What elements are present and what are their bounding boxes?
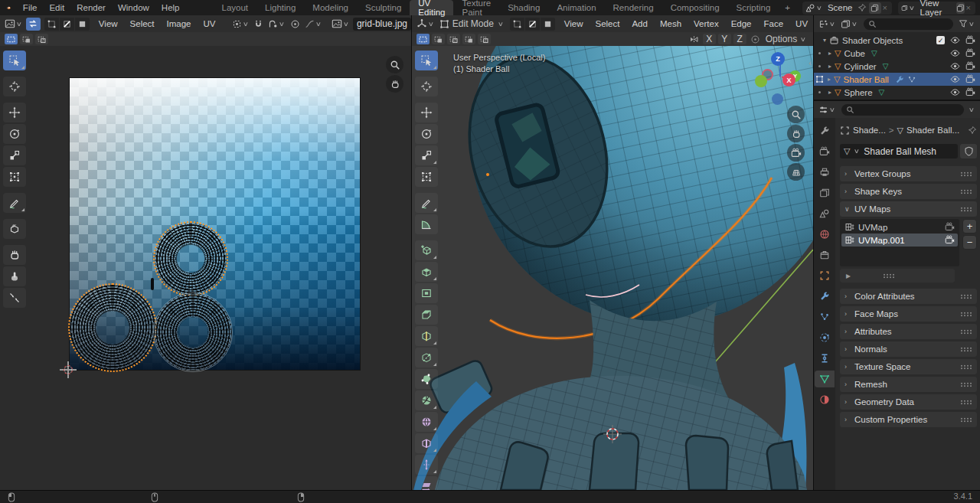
vp-menu-view[interactable]: View	[559, 19, 589, 28]
smooth-tool[interactable]	[415, 412, 438, 432]
tab-output[interactable]	[815, 164, 835, 181]
object-row-cube[interactable]: ▸ ▽ Cube ▽	[814, 47, 980, 60]
panel-attributes[interactable]: ›Attributes	[840, 324, 977, 339]
tab-compositing[interactable]: Compositing	[662, 0, 728, 15]
camera-icon[interactable]	[965, 87, 975, 97]
select-extend-button[interactable]	[20, 34, 33, 44]
gizmo-axis-z[interactable]: Z	[771, 52, 785, 66]
tab-scene[interactable]	[815, 205, 835, 222]
tweak-tool[interactable]	[415, 51, 438, 70]
tab-animation[interactable]: Animation	[548, 0, 604, 15]
falloff-selector[interactable]: ∨	[303, 17, 324, 31]
collection-checkbox[interactable]: ✓	[936, 36, 945, 44]
drag-grip-icon[interactable]	[960, 382, 972, 387]
drag-grip-icon[interactable]	[960, 329, 972, 335]
pivot-point-selector[interactable]: ∨	[230, 17, 251, 31]
vp-pan-button[interactable]	[787, 125, 805, 142]
rotate-tool[interactable]	[3, 124, 26, 144]
viewport-canvas[interactable]: User Perspective (Local) (1) Shader Ball…	[412, 46, 813, 490]
extrude-region-tool[interactable]	[415, 262, 438, 282]
rotate-tool[interactable]	[415, 124, 438, 144]
vp-camera-view-button[interactable]	[787, 144, 805, 162]
uv-map-row-uvmap-001[interactable]: UVMap.001	[841, 234, 958, 247]
tab-constraints[interactable]	[815, 350, 835, 367]
mode-selector[interactable]: Edit Mode ∨	[438, 17, 506, 31]
cursor-tool[interactable]	[415, 77, 438, 96]
render-camera-icon[interactable]	[945, 235, 955, 245]
editor-type-uv-icon[interactable]: ∨	[3, 17, 24, 31]
tab-scripting[interactable]: Scripting	[728, 0, 779, 15]
tab-view-layer[interactable]	[815, 185, 835, 201]
vp-menu-uv[interactable]: UV	[790, 19, 813, 28]
object-row-sphere[interactable]: ▸ ▽ Sphere ▽	[814, 86, 980, 99]
add-uv-map-button[interactable]: +	[962, 219, 977, 234]
pin-icon[interactable]	[968, 126, 977, 135]
display-mode-selector[interactable]: ∨	[839, 17, 860, 31]
tab-object[interactable]	[815, 267, 835, 284]
tab-modeling[interactable]: Modeling	[304, 0, 357, 15]
scale-tool[interactable]	[3, 145, 26, 165]
tab-collection[interactable]	[815, 247, 835, 263]
select-extend-button[interactable]	[432, 34, 445, 44]
add-cube-tool[interactable]	[415, 240, 438, 260]
pinch-brush-tool[interactable]	[3, 288, 26, 308]
annotate-tool[interactable]	[415, 193, 438, 213]
drag-grip-icon[interactable]	[960, 312, 972, 317]
editor-type-properties-icon[interactable]: ∨	[817, 103, 838, 116]
tab-layout[interactable]: Layout	[214, 0, 257, 15]
poly-build-tool[interactable]	[415, 369, 438, 389]
panel-custom-properties[interactable]: ›Custom Properties	[840, 412, 977, 427]
panel-texture-space[interactable]: ›Texture Space	[840, 359, 977, 374]
menu-window[interactable]: Window	[112, 3, 155, 12]
move-tool[interactable]	[3, 103, 26, 122]
camera-icon[interactable]	[965, 35, 975, 45]
properties-search[interactable]	[841, 104, 964, 116]
vp-menu-select[interactable]: Select	[590, 19, 625, 28]
drag-grip-icon[interactable]	[960, 171, 972, 177]
properties-options-chevron[interactable]: ∨	[969, 106, 975, 113]
tab-uv-editing[interactable]: UV Editing	[410, 0, 453, 15]
eye-icon[interactable]	[950, 48, 960, 58]
tab-modifiers[interactable]	[815, 288, 835, 305]
select-mode-face-button[interactable]	[75, 18, 90, 31]
select-intersect-button[interactable]	[478, 34, 491, 44]
select-invert-button[interactable]	[462, 34, 475, 44]
editor-type-3d-icon[interactable]: ∨	[415, 17, 436, 31]
uv-island-sliver[interactable]	[151, 278, 154, 290]
mirror-z-button[interactable]: Z	[733, 34, 746, 44]
select-mode-edge-button[interactable]	[525, 18, 540, 31]
scene-selector[interactable]: ∨ Scene ×	[802, 2, 892, 15]
close-icon[interactable]: ×	[966, 3, 971, 12]
filter-dropdown[interactable]: ∨	[957, 17, 977, 31]
panel-face-maps[interactable]: ›Face Maps	[840, 306, 977, 322]
vp-menu-mesh[interactable]: Mesh	[655, 19, 687, 28]
options-dropdown[interactable]: Options∨	[764, 32, 808, 46]
uv-pan-button[interactable]	[386, 75, 403, 93]
select-mode-face-button[interactable]	[541, 18, 555, 31]
disclosure-closed-icon[interactable]: ▸	[825, 50, 835, 57]
uv-2d-cursor[interactable]	[61, 363, 75, 377]
edge-slide-tool[interactable]	[415, 433, 438, 453]
loop-cut-tool[interactable]	[415, 326, 438, 346]
gizmo-axis-neg-y[interactable]	[755, 75, 767, 87]
shrink-fatten-tool[interactable]	[415, 455, 438, 475]
gizmo-axis-x[interactable]: X	[782, 73, 795, 87]
uv-image-grid-blue[interactable]	[69, 77, 361, 371]
uv-maps-subpanel[interactable]: ▸	[840, 269, 955, 283]
eye-icon[interactable]	[950, 61, 960, 71]
drag-grip-icon[interactable]	[960, 189, 972, 194]
panel-geometry-data[interactable]: ›Geometry Data	[840, 394, 977, 410]
select-mode-vertex-button[interactable]	[44, 18, 59, 31]
object-row-shader-ball[interactable]: ▸ ▽ Shader Ball	[814, 73, 980, 86]
tab-tool[interactable]	[815, 122, 835, 139]
close-icon[interactable]: ×	[883, 3, 887, 12]
proportional-editing-toggle[interactable]	[289, 17, 302, 31]
uv-menu-uv[interactable]: UV	[198, 19, 221, 28]
vp-zoom-button[interactable]	[787, 106, 805, 123]
select-subtract-button[interactable]	[35, 34, 48, 44]
select-new-button[interactable]	[416, 34, 430, 44]
vp-menu-vertex[interactable]: Vertex	[688, 19, 724, 28]
grab-brush-tool[interactable]	[3, 245, 26, 265]
drag-grip-icon[interactable]	[960, 294, 972, 299]
proportional-editing-toggle[interactable]	[749, 32, 762, 46]
